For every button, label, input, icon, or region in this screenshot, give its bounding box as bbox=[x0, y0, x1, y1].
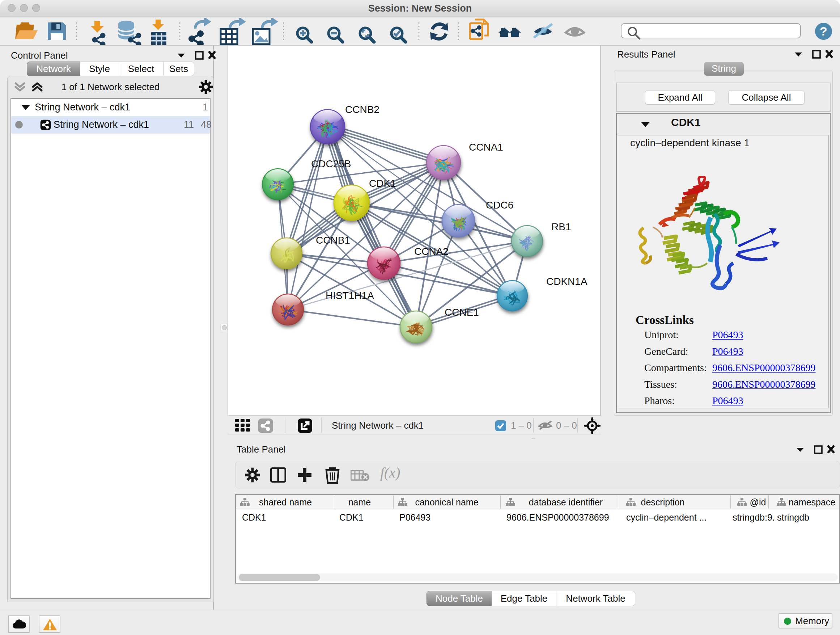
svg-text:CCNA2: CCNA2 bbox=[414, 246, 448, 257]
svg-text:CDC6: CDC6 bbox=[486, 200, 513, 211]
svg-text:RB1: RB1 bbox=[551, 221, 571, 233]
svg-text:CDKN1A: CDKN1A bbox=[546, 276, 587, 287]
svg-text:CCNE1: CCNE1 bbox=[445, 307, 479, 318]
svg-text:CCNA1: CCNA1 bbox=[469, 141, 503, 153]
svg-text:CCNB1: CCNB1 bbox=[316, 234, 350, 246]
svg-text:CDC25B: CDC25B bbox=[311, 158, 351, 169]
svg-text:HIST1H1A: HIST1H1A bbox=[325, 290, 374, 301]
svg-text:CCNB2: CCNB2 bbox=[345, 104, 379, 115]
svg-text:CDK1: CDK1 bbox=[369, 178, 396, 189]
